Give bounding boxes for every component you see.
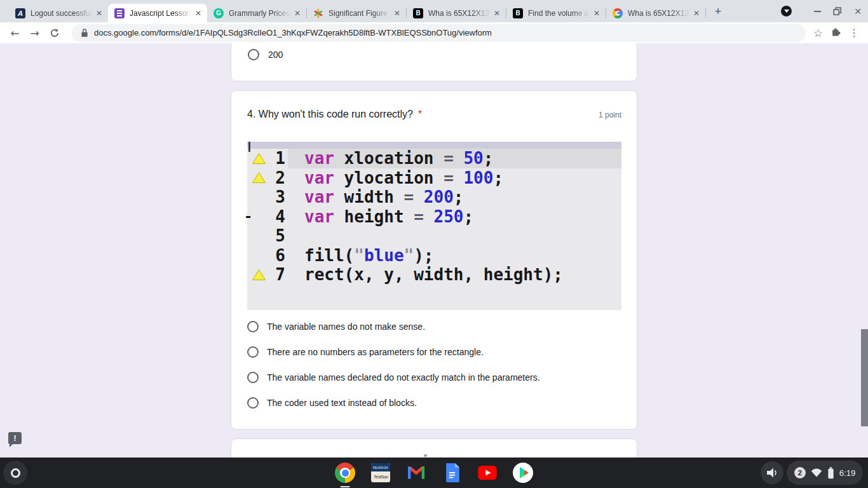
tab-close-icon[interactable]: ✕ — [592, 9, 602, 18]
code-rows: 1var xlocation = 50;2var ylocation = 100… — [247, 149, 621, 285]
line-number: 2 — [270, 168, 285, 187]
tab-strip: ALogout successful✕Javascript Lesson✕GGr… — [0, 0, 868, 22]
tab-close-icon[interactable]: ✕ — [94, 9, 104, 18]
tab-close-icon[interactable]: ✕ — [492, 9, 502, 18]
forward-button[interactable]: → — [25, 24, 44, 43]
volume-button[interactable] — [761, 461, 783, 484]
tab-title: Grammarly Prices — [229, 9, 292, 18]
line-number: 3 — [270, 187, 285, 207]
code-line: 5 — [247, 226, 621, 246]
line-number: 5 — [270, 226, 285, 245]
question-card: 4. Why won't this code run correctly?* 1… — [231, 90, 637, 430]
tab-search-button[interactable] — [781, 6, 792, 17]
line-number: 7 — [270, 265, 285, 284]
shelf-app-testnav[interactable]: PEARSONTestNav — [370, 463, 391, 483]
shelf-app-chrome[interactable] — [335, 463, 355, 483]
browser-toolbar: ← → docs.google.com/forms/d/e/1FAIpQLSdg… — [0, 22, 868, 43]
code-line: 3var width = 200; — [247, 187, 621, 207]
code-text: var ylocation = 100; — [288, 168, 621, 188]
shelf-app-gmail[interactable] — [406, 463, 426, 483]
chromeos-shelf: PEARSONTestNav 2 6:19 — [0, 458, 868, 488]
tab-4[interactable]: Significant Figure✕ — [307, 4, 406, 22]
tab-strip-tabs: ALogout successful✕Javascript Lesson✕GGr… — [9, 0, 706, 22]
answer-option[interactable]: The variable names declared do not exact… — [247, 365, 621, 390]
option-label: The variable names do not make sense. — [267, 322, 425, 332]
feedback-bubble-icon[interactable]: ! — [8, 432, 22, 444]
tab-close-icon[interactable]: ✕ — [392, 9, 402, 18]
new-tab-button[interactable]: + — [710, 3, 726, 20]
launcher-icon — [11, 468, 20, 478]
chromeos-screen: ALogout successful✕Javascript Lesson✕GGr… — [0, 0, 868, 488]
clock: 6:19 — [839, 468, 855, 478]
status-tray[interactable]: 2 6:19 — [787, 461, 863, 485]
minimize-button[interactable] — [807, 0, 827, 22]
toolbar-actions: ☆ ⋮ — [813, 26, 863, 39]
browser-menu-icon[interactable]: ⋮ — [849, 27, 859, 39]
tab-title: Logout successful — [31, 9, 94, 18]
radio-button[interactable] — [247, 321, 259, 332]
tab-separator — [306, 8, 307, 18]
option-label: The coder used text instead of blocks. — [267, 398, 417, 408]
reload-button[interactable] — [44, 24, 64, 43]
answer-option[interactable]: The coder used text instead of blocks. — [247, 390, 621, 416]
grammarly-icon: G — [214, 8, 224, 18]
tab-1[interactable]: ALogout successful✕ — [9, 4, 108, 22]
launcher-button[interactable] — [3, 461, 27, 485]
testnav-icon: PEARSONTestNav — [371, 463, 390, 482]
tab-separator — [406, 8, 407, 18]
extensions-puzzle-icon[interactable] — [831, 26, 841, 39]
code-line: 6fill("blue"); — [247, 246, 621, 266]
tab-title: Wha is 65X12X13 — [428, 9, 492, 18]
tab-close-icon[interactable]: ✕ — [691, 9, 702, 18]
notification-count-badge: 2 — [794, 467, 806, 478]
code-text: var width = 200; — [288, 187, 621, 207]
radio-button[interactable] — [247, 372, 259, 383]
brainly-icon: B — [413, 8, 423, 18]
bookmark-star-icon[interactable]: ☆ — [813, 27, 823, 39]
shelf-app-docs[interactable] — [442, 463, 462, 483]
active-app-indicator — [341, 486, 350, 487]
tab-close-icon[interactable]: ✕ — [292, 9, 302, 18]
code-line: -4var height = 250; — [247, 207, 621, 227]
code-screenshot-image: 1var xlocation = 50;2var ylocation = 100… — [247, 142, 621, 310]
radio-button[interactable] — [247, 346, 259, 358]
tab-separator — [606, 8, 606, 18]
answer-options: The variable names do not make sense.The… — [247, 314, 621, 416]
achieve-icon: A — [15, 8, 25, 18]
shelf-app-youtube[interactable] — [477, 463, 498, 483]
tab-5[interactable]: BWha is 65X12X13✕ — [407, 4, 506, 22]
answer-option[interactable]: The variable names do not make sense. — [247, 314, 621, 339]
chrome-icon — [335, 463, 355, 483]
tab-close-icon[interactable]: ✕ — [193, 9, 203, 18]
code-text: rect(x, y, width, height); — [288, 265, 621, 285]
answer-option[interactable]: 200 — [248, 49, 283, 60]
tab-6[interactable]: BFind the volume o✕ — [506, 4, 606, 22]
tab-3[interactable]: GGrammarly Prices✕ — [207, 4, 306, 22]
points-label: 1 point — [599, 111, 621, 119]
tab-2[interactable]: Javascript Lesson✕ — [108, 4, 207, 22]
youtube-icon — [478, 466, 497, 480]
chevron-down-icon — [784, 10, 789, 13]
code-text: var height = 250; — [288, 207, 621, 227]
tab-separator — [705, 8, 706, 18]
answer-option[interactable]: There are no numbers as parameters for t… — [247, 339, 621, 365]
close-window-button[interactable]: ✕ — [848, 0, 868, 22]
radio-button[interactable] — [247, 397, 259, 409]
back-button[interactable]: ← — [5, 24, 25, 43]
question-title: 4. Why won't this code run correctly?* — [247, 109, 422, 120]
tab-7[interactable]: Wha is 65X12X13✕ — [606, 4, 705, 22]
restore-button[interactable] — [827, 0, 848, 22]
address-bar[interactable]: docs.google.com/forms/d/e/1FAIpQLSdg3Rcl… — [72, 24, 806, 42]
shelf-app-play[interactable] — [513, 463, 533, 483]
tab-title: Wha is 65X12X13 — [628, 9, 691, 18]
page-scrollbar[interactable] — [861, 329, 868, 426]
shelf-apps: PEARSONTestNav — [335, 458, 533, 488]
radio-button[interactable] — [248, 49, 259, 60]
tab-title: Significant Figure — [329, 9, 392, 18]
code-line: 1var xlocation = 50; — [247, 149, 621, 168]
previous-question-card: 200 — [231, 43, 637, 81]
wifi-icon — [811, 468, 822, 477]
option-label: 200 — [268, 50, 283, 60]
code-line: 7rect(x, y, width, height); — [247, 265, 621, 285]
warning-icon — [247, 152, 270, 165]
